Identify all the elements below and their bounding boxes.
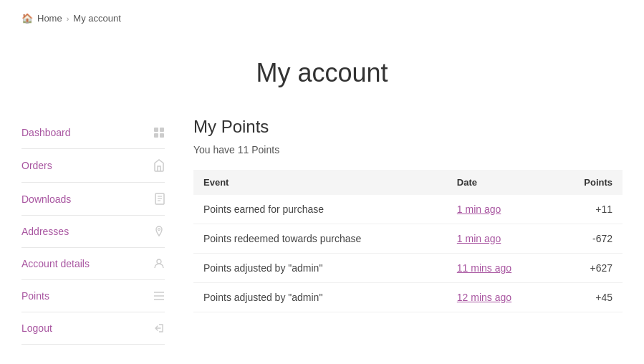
col-header-event: Event <box>193 170 447 195</box>
home-icon: 🏠 <box>21 13 33 24</box>
cell-event: Points adjusted by "admin" <box>193 283 447 312</box>
date-link[interactable]: 1 min ago <box>457 203 501 215</box>
cell-points: +45 <box>553 283 623 312</box>
orders-icon <box>153 159 165 172</box>
my-points-title: My Points <box>193 117 623 137</box>
cell-date[interactable]: 12 mins ago <box>447 283 554 312</box>
sidebar-item-downloads[interactable]: Downloads <box>21 183 165 216</box>
svg-rect-2 <box>154 133 158 138</box>
breadcrumb: 🏠 Home › My account <box>0 0 644 37</box>
downloads-icon <box>155 193 165 205</box>
sidebar-link-addresses[interactable]: Addresses <box>21 226 69 237</box>
sidebar-link-logout[interactable]: Logout <box>21 322 52 334</box>
svg-rect-0 <box>154 128 158 132</box>
table-header-row: Event Date Points <box>193 170 623 195</box>
table-row: Points adjusted by "admin"11 mins ago+62… <box>193 254 623 283</box>
sidebar-item-logout[interactable]: Logout <box>21 312 165 345</box>
cell-event: Points adjusted by "admin" <box>193 254 447 283</box>
main-content: Dashboard Orders Downloads <box>0 117 644 364</box>
sidebar-link-downloads[interactable]: Downloads <box>21 193 71 205</box>
sidebar-item-dashboard[interactable]: Dashboard <box>21 117 165 149</box>
addresses-icon <box>153 226 165 237</box>
points-table: Event Date Points Points earned for purc… <box>193 170 623 312</box>
page-title: My account <box>0 58 644 88</box>
sidebar-link-dashboard[interactable]: Dashboard <box>21 127 71 138</box>
cell-points: +627 <box>553 254 623 283</box>
breadcrumb-separator: › <box>67 14 69 23</box>
cell-event: Points redeemed towards purchase <box>193 224 447 254</box>
sidebar-link-orders[interactable]: Orders <box>21 160 52 171</box>
table-row: Points earned for purchase1 min ago+11 <box>193 195 623 224</box>
svg-point-9 <box>157 259 161 264</box>
sidebar-item-orders[interactable]: Orders <box>21 149 165 183</box>
table-row: Points adjusted by "admin"12 mins ago+45 <box>193 283 623 312</box>
cell-date[interactable]: 1 min ago <box>447 224 554 254</box>
svg-rect-1 <box>160 128 164 132</box>
dashboard-icon <box>153 127 165 138</box>
points-summary: You have 11 Points <box>193 144 623 155</box>
cell-date[interactable]: 1 min ago <box>447 195 554 224</box>
svg-point-8 <box>158 229 160 231</box>
content-area: My Points You have 11 Points Event Date … <box>193 117 623 345</box>
points-icon <box>153 291 165 301</box>
cell-points: -672 <box>553 224 623 254</box>
table-row: Points redeemed towards purchase1 min ag… <box>193 224 623 254</box>
sidebar-item-account-details[interactable]: Account details <box>21 248 165 280</box>
sidebar-link-account-details[interactable]: Account details <box>21 258 90 269</box>
date-link[interactable]: 11 mins ago <box>457 262 511 274</box>
cell-date[interactable]: 11 mins ago <box>447 254 554 283</box>
date-link[interactable]: 1 min ago <box>457 233 501 244</box>
sidebar-link-points[interactable]: Points <box>21 290 49 302</box>
breadcrumb-current: My account <box>73 13 120 24</box>
svg-rect-3 <box>160 133 164 138</box>
sidebar-item-points[interactable]: Points <box>21 280 165 312</box>
cell-event: Points earned for purchase <box>193 195 447 224</box>
page-title-section: My account <box>0 37 644 117</box>
sidebar-item-addresses[interactable]: Addresses <box>21 216 165 248</box>
breadcrumb-home-link[interactable]: Home <box>37 13 62 24</box>
date-link[interactable]: 12 mins ago <box>457 292 511 303</box>
col-header-date: Date <box>447 170 554 195</box>
account-icon <box>153 258 165 269</box>
col-header-points: Points <box>553 170 623 195</box>
cell-points: +11 <box>553 195 623 224</box>
sidebar: Dashboard Orders Downloads <box>21 117 165 345</box>
logout-icon <box>153 322 165 334</box>
